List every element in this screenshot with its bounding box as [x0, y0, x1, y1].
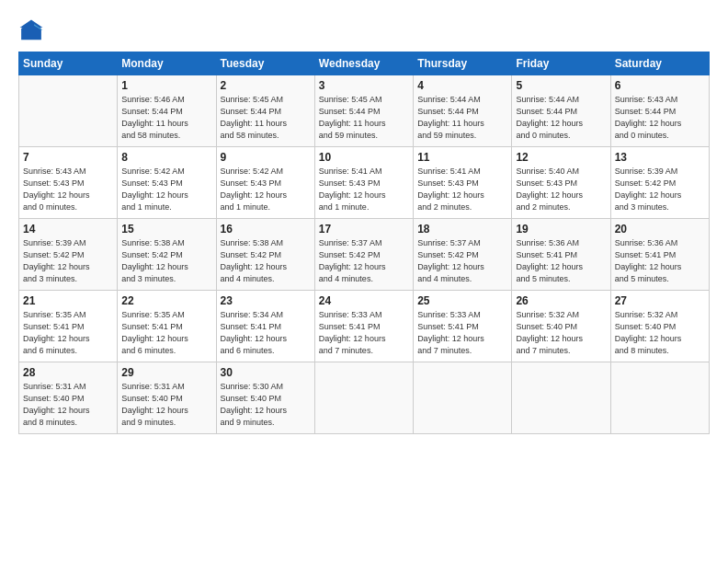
day-number: 20	[615, 223, 705, 236]
day-number: 19	[516, 223, 606, 236]
week-row-5: 28Sunrise: 5:31 AMSunset: 5:40 PMDayligh…	[19, 362, 710, 434]
day-cell: 29Sunrise: 5:31 AMSunset: 5:40 PMDayligh…	[118, 362, 216, 434]
day-number: 4	[417, 79, 507, 92]
day-cell: 24Sunrise: 5:33 AMSunset: 5:41 PMDayligh…	[314, 291, 413, 362]
day-cell: 7Sunrise: 5:43 AMSunset: 5:43 PMDaylight…	[19, 147, 118, 219]
day-info: Sunrise: 5:38 AMSunset: 5:42 PMDaylight:…	[121, 237, 211, 285]
col-header-thursday: Thursday	[414, 52, 512, 75]
day-cell: 27Sunrise: 5:32 AMSunset: 5:40 PMDayligh…	[610, 291, 709, 362]
page: SundayMondayTuesdayWednesdayThursdayFrid…	[0, 0, 728, 563]
day-cell: 25Sunrise: 5:33 AMSunset: 5:41 PMDayligh…	[414, 291, 512, 362]
day-info: Sunrise: 5:34 AMSunset: 5:41 PMDaylight:…	[221, 309, 311, 357]
day-number: 17	[319, 223, 409, 236]
day-info: Sunrise: 5:46 AMSunset: 5:44 PMDaylight:…	[121, 94, 211, 142]
day-info: Sunrise: 5:31 AMSunset: 5:40 PMDaylight:…	[121, 381, 211, 429]
day-number: 7	[23, 151, 113, 164]
day-number: 25	[417, 294, 507, 307]
day-cell: 8Sunrise: 5:42 AMSunset: 5:43 PMDaylight…	[118, 147, 216, 219]
day-info: Sunrise: 5:36 AMSunset: 5:41 PMDaylight:…	[516, 237, 606, 285]
day-cell: 10Sunrise: 5:41 AMSunset: 5:43 PMDayligh…	[314, 147, 413, 219]
day-info: Sunrise: 5:44 AMSunset: 5:44 PMDaylight:…	[417, 94, 507, 142]
logo-icon	[18, 18, 44, 44]
day-info: Sunrise: 5:36 AMSunset: 5:41 PMDaylight:…	[615, 237, 705, 285]
day-cell: 13Sunrise: 5:39 AMSunset: 5:42 PMDayligh…	[610, 147, 709, 219]
day-info: Sunrise: 5:44 AMSunset: 5:44 PMDaylight:…	[516, 94, 606, 142]
day-info: Sunrise: 5:43 AMSunset: 5:43 PMDaylight:…	[23, 166, 113, 213]
calendar-table: SundayMondayTuesdayWednesdayThursdayFrid…	[18, 52, 710, 434]
col-header-saturday: Saturday	[610, 52, 709, 75]
day-number: 23	[221, 294, 311, 307]
header	[18, 17, 710, 44]
day-info: Sunrise: 5:32 AMSunset: 5:40 PMDaylight:…	[615, 309, 705, 357]
day-cell: 3Sunrise: 5:45 AMSunset: 5:44 PMDaylight…	[314, 75, 413, 147]
day-number: 29	[121, 366, 211, 379]
day-info: Sunrise: 5:42 AMSunset: 5:43 PMDaylight:…	[221, 166, 311, 213]
week-row-2: 7Sunrise: 5:43 AMSunset: 5:43 PMDaylight…	[19, 147, 710, 219]
day-cell: 17Sunrise: 5:37 AMSunset: 5:42 PMDayligh…	[314, 219, 413, 291]
day-number: 14	[23, 223, 113, 236]
day-number: 18	[417, 223, 507, 236]
day-number: 21	[23, 294, 113, 307]
day-cell	[512, 362, 610, 434]
day-cell: 16Sunrise: 5:38 AMSunset: 5:42 PMDayligh…	[216, 219, 314, 291]
day-info: Sunrise: 5:39 AMSunset: 5:42 PMDaylight:…	[615, 166, 705, 213]
day-number: 10	[319, 151, 409, 164]
day-cell: 2Sunrise: 5:45 AMSunset: 5:44 PMDaylight…	[216, 75, 314, 147]
day-info: Sunrise: 5:37 AMSunset: 5:42 PMDaylight:…	[319, 237, 409, 285]
col-header-monday: Monday	[118, 52, 216, 75]
day-info: Sunrise: 5:33 AMSunset: 5:41 PMDaylight:…	[319, 309, 409, 357]
day-info: Sunrise: 5:38 AMSunset: 5:42 PMDaylight:…	[221, 237, 311, 285]
day-cell: 21Sunrise: 5:35 AMSunset: 5:41 PMDayligh…	[19, 291, 118, 362]
day-number: 6	[615, 79, 705, 92]
day-cell: 18Sunrise: 5:37 AMSunset: 5:42 PMDayligh…	[414, 219, 512, 291]
day-number: 1	[121, 79, 211, 92]
day-info: Sunrise: 5:41 AMSunset: 5:43 PMDaylight:…	[319, 166, 409, 213]
week-row-1: 1Sunrise: 5:46 AMSunset: 5:44 PMDaylight…	[19, 75, 710, 147]
day-info: Sunrise: 5:45 AMSunset: 5:44 PMDaylight:…	[221, 94, 311, 142]
day-cell: 30Sunrise: 5:30 AMSunset: 5:40 PMDayligh…	[216, 362, 314, 434]
day-number: 27	[615, 294, 705, 307]
day-info: Sunrise: 5:41 AMSunset: 5:43 PMDaylight:…	[417, 166, 507, 213]
day-info: Sunrise: 5:32 AMSunset: 5:40 PMDaylight:…	[516, 309, 606, 357]
day-cell: 11Sunrise: 5:41 AMSunset: 5:43 PMDayligh…	[414, 147, 512, 219]
day-number: 16	[221, 223, 311, 236]
day-number: 11	[417, 151, 507, 164]
day-info: Sunrise: 5:42 AMSunset: 5:43 PMDaylight:…	[121, 166, 211, 213]
day-info: Sunrise: 5:43 AMSunset: 5:44 PMDaylight:…	[615, 94, 705, 142]
day-cell	[314, 362, 413, 434]
day-number: 9	[221, 151, 311, 164]
day-cell: 26Sunrise: 5:32 AMSunset: 5:40 PMDayligh…	[512, 291, 610, 362]
day-cell: 19Sunrise: 5:36 AMSunset: 5:41 PMDayligh…	[512, 219, 610, 291]
day-info: Sunrise: 5:31 AMSunset: 5:40 PMDaylight:…	[23, 381, 113, 429]
day-number: 13	[615, 151, 705, 164]
day-info: Sunrise: 5:37 AMSunset: 5:42 PMDaylight:…	[417, 237, 507, 285]
day-info: Sunrise: 5:40 AMSunset: 5:43 PMDaylight:…	[516, 166, 606, 213]
day-cell: 20Sunrise: 5:36 AMSunset: 5:41 PMDayligh…	[610, 219, 709, 291]
day-cell: 28Sunrise: 5:31 AMSunset: 5:40 PMDayligh…	[19, 362, 118, 434]
day-info: Sunrise: 5:35 AMSunset: 5:41 PMDaylight:…	[121, 309, 211, 357]
day-number: 8	[121, 151, 211, 164]
day-info: Sunrise: 5:35 AMSunset: 5:41 PMDaylight:…	[23, 309, 113, 357]
day-cell: 12Sunrise: 5:40 AMSunset: 5:43 PMDayligh…	[512, 147, 610, 219]
day-cell: 22Sunrise: 5:35 AMSunset: 5:41 PMDayligh…	[118, 291, 216, 362]
day-number: 2	[221, 79, 311, 92]
day-info: Sunrise: 5:45 AMSunset: 5:44 PMDaylight:…	[319, 94, 409, 142]
svg-marker-0	[21, 21, 41, 40]
day-number: 5	[516, 79, 606, 92]
day-number: 3	[319, 79, 409, 92]
day-cell	[610, 362, 709, 434]
day-cell: 14Sunrise: 5:39 AMSunset: 5:42 PMDayligh…	[19, 219, 118, 291]
week-row-4: 21Sunrise: 5:35 AMSunset: 5:41 PMDayligh…	[19, 291, 710, 362]
day-number: 30	[221, 366, 311, 379]
day-number: 12	[516, 151, 606, 164]
day-number: 28	[23, 366, 113, 379]
day-info: Sunrise: 5:39 AMSunset: 5:42 PMDaylight:…	[23, 237, 113, 285]
day-cell: 6Sunrise: 5:43 AMSunset: 5:44 PMDaylight…	[610, 75, 709, 147]
day-cell: 9Sunrise: 5:42 AMSunset: 5:43 PMDaylight…	[216, 147, 314, 219]
col-header-friday: Friday	[512, 52, 610, 75]
day-number: 24	[319, 294, 409, 307]
col-header-sunday: Sunday	[19, 52, 118, 75]
header-row: SundayMondayTuesdayWednesdayThursdayFrid…	[19, 52, 710, 75]
day-cell: 5Sunrise: 5:44 AMSunset: 5:44 PMDaylight…	[512, 75, 610, 147]
day-cell	[19, 75, 118, 147]
